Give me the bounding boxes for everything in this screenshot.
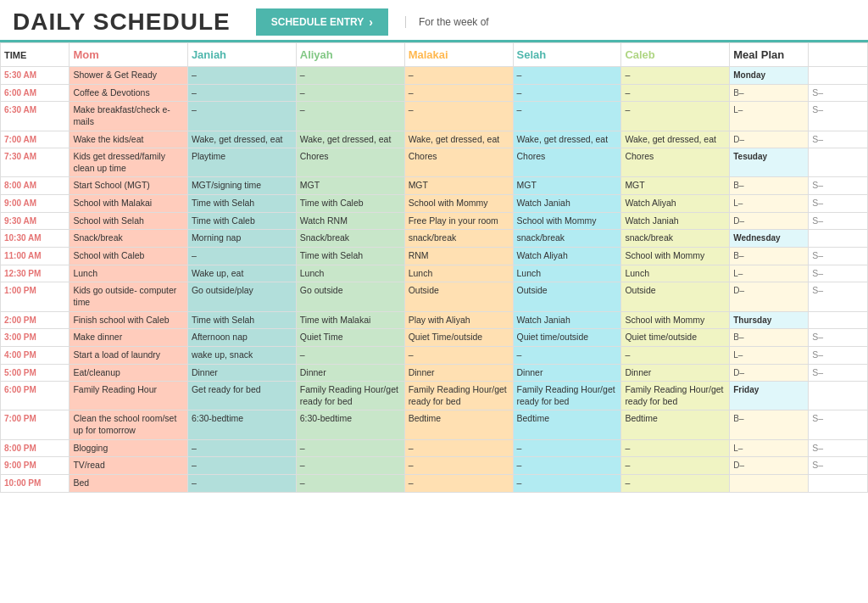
table-row: 7:00 AM Wake the kids/eat Wake, get dres… [1, 131, 868, 148]
janiah-cell: Wake, get dressed, eat [187, 131, 296, 148]
meal-cell: L– [730, 102, 809, 131]
time-cell: 8:00 PM [1, 439, 70, 457]
time-cell: 7:00 PM [1, 410, 70, 439]
caleb-cell: – [621, 346, 730, 364]
col-malakai: Malakai [404, 43, 513, 67]
selah-cell: Lunch [513, 265, 621, 282]
janiah-cell: – [187, 84, 296, 102]
aliyah-cell: Chores [296, 148, 404, 177]
aliyah-cell: Time with Caleb [296, 195, 404, 213]
table-row: 9:00 PM TV/read – – – – – D– S– [1, 457, 868, 475]
meal-cell: D– [730, 131, 809, 148]
extra-cell: S– [809, 364, 868, 382]
selah-cell: Watch Janiah [513, 195, 621, 213]
malakai-cell: – [404, 475, 513, 493]
janiah-cell: – [187, 67, 296, 85]
caleb-cell: – [621, 102, 730, 131]
janiah-cell: MGT/signing time [187, 177, 296, 195]
mom-cell: Blogging [70, 439, 188, 457]
mom-cell: Eat/cleanup [70, 364, 188, 382]
table-row: 1:00 PM Kids go outside- computer time G… [1, 282, 868, 311]
time-cell: 7:30 AM [1, 148, 70, 177]
janiah-cell: Time with Caleb [187, 212, 296, 230]
table-row: 2:00 PM Finish school with Caleb Time wi… [1, 311, 868, 329]
schedule-entry-button[interactable]: SCHEDULE ENTRY › [256, 8, 388, 36]
malakai-cell: – [404, 102, 513, 131]
janiah-cell: – [187, 475, 296, 493]
col-extra [809, 43, 868, 67]
meal-cell: Monday [730, 67, 809, 85]
aliyah-cell: – [296, 102, 404, 131]
caleb-cell: – [621, 457, 730, 475]
janiah-cell: Go outside/play [187, 282, 296, 311]
mom-cell: Coffee & Devotions [70, 84, 188, 102]
caleb-cell: Dinner [621, 364, 730, 382]
col-mom: Mom [70, 43, 188, 67]
extra-cell: S– [809, 131, 868, 148]
time-cell: 5:00 PM [1, 364, 70, 382]
caleb-cell: Chores [621, 148, 730, 177]
malakai-cell: Lunch [404, 265, 513, 282]
table-row: 8:00 PM Blogging – – – – – L– S– [1, 439, 868, 457]
meal-cell: Wednesday [730, 230, 809, 248]
selah-cell: – [513, 102, 621, 131]
mom-cell: Kids go outside- computer time [70, 282, 188, 311]
mom-cell: Snack/break [70, 230, 188, 248]
malakai-cell: – [404, 439, 513, 457]
table-row: 5:00 PM Eat/cleanup Dinner Dinner Dinner… [1, 364, 868, 382]
col-meal: Meal Plan [730, 43, 809, 67]
mom-cell: School with Caleb [70, 248, 188, 265]
table-row: 6:00 PM Family Reading Hour Get ready fo… [1, 382, 868, 410]
caleb-cell: – [621, 475, 730, 493]
table-row: 3:00 PM Make dinner Afternoon nap Quiet … [1, 329, 868, 347]
malakai-cell: – [404, 84, 513, 102]
extra-cell: S– [809, 84, 868, 102]
malakai-cell: snack/break [404, 230, 513, 248]
page-header: DAILY SCHEDULE SCHEDULE ENTRY › For the … [0, 0, 868, 42]
malakai-cell: Dinner [404, 364, 513, 382]
aliyah-cell: Snack/break [296, 230, 404, 248]
time-cell: 6:00 PM [1, 382, 70, 410]
mom-cell: Start a load of laundry [70, 346, 188, 364]
selah-cell: – [513, 346, 621, 364]
malakai-cell: Chores [404, 148, 513, 177]
aliyah-cell: Time with Selah [296, 248, 404, 265]
table-row: 8:00 AM Start School (MGT) MGT/signing t… [1, 177, 868, 195]
caleb-cell: MGT [621, 177, 730, 195]
janiah-cell: Time with Selah [187, 311, 296, 329]
selah-cell: – [513, 84, 621, 102]
mom-cell: Family Reading Hour [70, 382, 188, 410]
table-header-row: TIME Mom Janiah Aliyah Malakai Selah Cal… [1, 43, 868, 67]
table-row: 6:00 AM Coffee & Devotions – – – – – B– … [1, 84, 868, 102]
time-cell: 9:00 AM [1, 195, 70, 213]
aliyah-cell: MGT [296, 177, 404, 195]
extra-cell: S– [809, 177, 868, 195]
extra-cell [809, 311, 868, 329]
caleb-cell: – [621, 84, 730, 102]
caleb-cell: Watch Aliyah [621, 195, 730, 213]
table-row: 10:30 AM Snack/break Morning nap Snack/b… [1, 230, 868, 248]
malakai-cell: School with Mommy [404, 195, 513, 213]
meal-cell: L– [730, 265, 809, 282]
time-cell: 10:00 PM [1, 475, 70, 493]
selah-cell: MGT [513, 177, 621, 195]
mom-cell: Make dinner [70, 329, 188, 347]
selah-cell: – [513, 67, 621, 85]
aliyah-cell: – [296, 439, 404, 457]
malakai-cell: Free Play in your room [404, 212, 513, 230]
meal-cell: L– [730, 346, 809, 364]
meal-cell: B– [730, 177, 809, 195]
table-row: 12:30 PM Lunch Wake up, eat Lunch Lunch … [1, 265, 868, 282]
mom-cell: TV/read [70, 457, 188, 475]
caleb-cell: School with Mommy [621, 248, 730, 265]
caleb-cell: Bedtime [621, 410, 730, 439]
extra-cell: S– [809, 457, 868, 475]
selah-cell: Chores [513, 148, 621, 177]
malakai-cell: Bedtime [404, 410, 513, 439]
extra-cell [809, 382, 868, 410]
meal-cell: B– [730, 410, 809, 439]
aliyah-cell: – [296, 346, 404, 364]
page-title: DAILY SCHEDULE [13, 8, 231, 36]
extra-cell [809, 230, 868, 248]
table-row: 11:00 AM School with Caleb – Time with S… [1, 248, 868, 265]
